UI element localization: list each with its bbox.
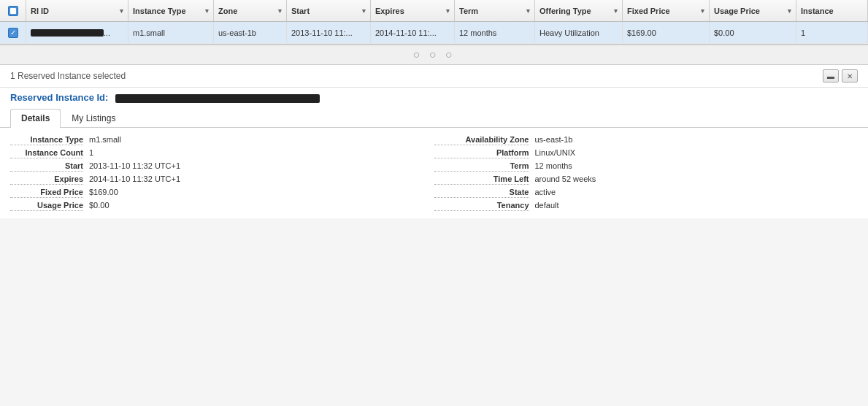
detail-availability-zone: Availability Zone us-east-1b [434,135,859,145]
detail-value-fixed-price: $169.00 [89,188,118,196]
cell-instance-type: m1.small [128,22,214,43]
ri-id-section: Reserved Instance Id: [0,88,868,106]
detail-value-term: 12 months [535,161,572,170]
th-expires[interactable]: Expires ▾ [371,0,455,21]
detail-label-usage-price: Usage Price [10,201,83,211]
sort-arrow-start: ▾ [362,7,366,15]
th-start-label: Start [291,7,310,15]
cell-instance-count: 1 [796,22,868,43]
sort-arrow-term: ▾ [526,7,530,15]
cell-fixed-price: $169.00 [623,22,710,43]
detail-label-platform: Platform [434,148,529,158]
th-instance-type-label: Instance Type [133,7,186,15]
detail-value-instance-count: 1 [89,148,93,157]
selected-info: 1 Reserved Instance selected [10,71,126,81]
ri-id-prefix-label: Reserved Instance Id: [10,92,108,103]
th-fixed-price[interactable]: Fixed Price ▾ [623,0,710,21]
th-term[interactable]: Term ▾ [455,0,535,21]
detail-label-instance-count: Instance Count [10,148,83,158]
detail-label-state: State [434,188,529,198]
detail-value-time-left: around 52 weeks [535,175,596,183]
detail-value-expires: 2014-11-10 11:32 UTC+1 [89,175,180,183]
th-expires-label: Expires [375,7,404,15]
detail-fixed-price: Fixed Price $169.00 [10,188,434,198]
sort-arrow-usage-price: ▾ [788,7,791,15]
close-icon: ✕ [847,72,853,80]
sort-arrow-ri-id: ▾ [120,7,123,15]
panel-divider: ○ ○ ○ [0,45,868,65]
detail-value-platform: Linux/UNIX [535,148,576,157]
cell-offering-type: Heavy Utilization [535,22,623,43]
table-header: RI ID ▾ Instance Type ▾ Zone ▾ Start ▾ E… [0,0,868,22]
detail-expires: Expires 2014-11-10 11:32 UTC+1 [10,175,434,185]
detail-platform: Platform Linux/UNIX [434,148,859,158]
detail-start: Start 2013-11-10 11:32 UTC+1 [10,161,434,172]
detail-tenancy: Tenancy default [434,201,859,211]
panel-header: 1 Reserved Instance selected ▬ ✕ [0,65,868,88]
detail-usage-price: Usage Price $0.00 [10,201,434,211]
table-row[interactable]: ... m1.small us-east-1b 2013-11-10 11:..… [0,22,868,44]
th-instance-type[interactable]: Instance Type ▾ [128,0,214,21]
divider-dots: ○ ○ ○ [413,48,456,61]
sort-arrow-fixed-price: ▾ [701,7,704,15]
th-start[interactable]: Start ▾ [287,0,371,21]
detail-value-instance-type: m1.small [89,135,121,144]
cell-zone: us-east-1b [214,22,287,43]
sort-arrow-offering-type: ▾ [614,7,618,15]
detail-instance-count: Instance Count 1 [10,148,434,158]
tab-my-listings-label: My Listings [72,113,115,123]
detail-label-availability-zone: Availability Zone [434,135,529,145]
ri-id-redacted-value [115,94,320,103]
tab-details-label: Details [21,113,50,123]
detail-label-start: Start [10,161,83,172]
th-term-label: Term [459,7,478,15]
reserved-instances-table: RI ID ▾ Instance Type ▾ Zone ▾ Start ▾ E… [0,0,868,45]
close-panel-button[interactable]: ✕ [842,69,858,83]
panel-actions: ▬ ✕ [823,69,858,83]
detail-value-state: active [535,188,556,196]
th-ri-id[interactable]: RI ID ▾ [26,0,128,21]
th-fixed-price-label: Fixed Price [627,7,670,15]
minimize-icon: ▬ [827,72,834,80]
detail-value-availability-zone: us-east-1b [535,135,573,144]
cell-ri-id: ... [26,22,128,43]
tabs-row: Details My Listings [0,109,868,128]
th-ri-id-label: RI ID [31,7,49,15]
th-offering-type[interactable]: Offering Type ▾ [535,0,623,21]
minimize-panel-button[interactable]: ▬ [823,69,839,83]
sort-arrow-instance-type: ▾ [205,7,209,15]
cell-term: 12 months [455,22,535,43]
detail-value-tenancy: default [535,201,559,210]
detail-time-left: Time Left around 52 weeks [434,175,859,185]
detail-label-tenancy: Tenancy [434,201,529,211]
detail-label-fixed-price: Fixed Price [10,188,83,198]
cell-expires: 2014-11-10 11:... [371,22,455,43]
th-instance[interactable]: Instance [796,0,868,21]
detail-value-start: 2013-11-10 11:32 UTC+1 [89,161,180,170]
tab-details[interactable]: Details [10,109,61,128]
sort-arrow-expires: ▾ [446,7,450,15]
detail-label-expires: Expires [10,175,83,185]
th-usage-price-label: Usage Price [714,7,760,15]
row-checkbox[interactable] [8,28,18,38]
detail-state: State active [434,188,859,198]
select-all-checkbox-th[interactable] [0,0,26,21]
detail-instance-type: Instance Type m1.small [10,135,434,145]
row-checkbox-cell[interactable] [0,22,26,43]
detail-value-usage-price: $0.00 [89,201,110,210]
detail-label-term: Term [434,161,529,172]
th-zone[interactable]: Zone ▾ [214,0,287,21]
details-right-column: Availability Zone us-east-1b Platform Li… [434,135,859,211]
sort-arrow-zone: ▾ [278,7,282,15]
tab-my-listings[interactable]: My Listings [61,109,126,127]
th-offering-type-label: Offering Type [539,7,591,15]
cell-start: 2013-11-10 11:... [287,22,371,43]
detail-label-time-left: Time Left [434,175,529,185]
th-usage-price[interactable]: Usage Price ▾ [710,0,796,21]
details-left-column: Instance Type m1.small Instance Count 1 … [10,135,434,211]
details-content: Instance Type m1.small Instance Count 1 … [0,128,868,218]
detail-label-instance-type: Instance Type [10,135,83,145]
th-zone-label: Zone [218,7,237,15]
select-all-checkbox[interactable] [8,6,18,16]
cell-usage-price: $0.00 [710,22,796,43]
